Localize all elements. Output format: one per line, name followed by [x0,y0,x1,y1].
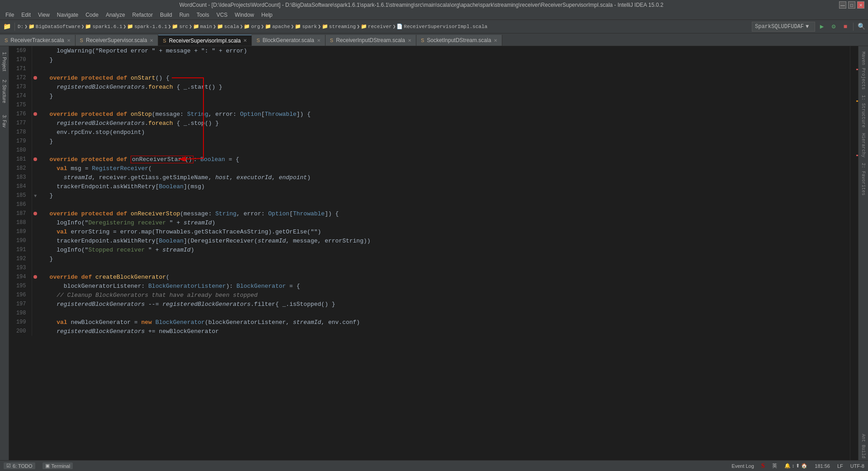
left-panel-project[interactable]: 1: Project [1,48,8,75]
left-panel-favorites[interactable]: 3: Fav [1,108,8,135]
tab-receiver-tracker[interactable]: S ReceiverTracker.scala ✕ [0,35,75,46]
tab-block-generator[interactable]: S BlockGenerator.scala ✕ [252,35,325,46]
line-code: } [39,191,850,200]
breakpoint-icon[interactable] [33,112,37,116]
line-code: trackerEndpoint.askWithRetry[Boolean](De… [39,236,850,245]
tab-close-3[interactable]: ✕ [243,38,247,43]
breakpoint-icon[interactable] [33,157,37,161]
string-literal: Stopped receiver [88,247,148,253]
code-scroll[interactable]: 169 logWarning("Reported error " + messa… [9,46,850,460]
menu-edit[interactable]: Edit [18,10,34,19]
todo-badge[interactable]: ☑ 6: TODO [4,462,35,469]
line-gutter [32,254,39,263]
toolbar-org: org [251,24,260,29]
maven-projects-panel[interactable]: Maven Projects [860,50,867,91]
type-name: BlockGenerator [236,283,286,290]
code-body: 169 logWarning("Reported error " + messa… [9,46,850,336]
menu-file[interactable]: File [2,10,18,19]
menu-refactor[interactable]: Refactor [129,10,156,19]
type-name: Option [240,111,261,118]
structure-panel[interactable]: 1: Structure [860,93,867,129]
italic-text: streamId [258,238,286,244]
right-gutter[interactable] [850,46,858,460]
ant-build-panel[interactable]: Ant Build [860,432,867,460]
tab-receiver-supervisor-impl[interactable]: S ReceiverSupervisorImpl.scala ✕ [158,35,252,46]
tab-close-4[interactable]: ✕ [317,38,321,43]
tab-icon-2: S [80,38,83,43]
line-code [39,146,850,155]
type-name: Boolean [159,183,184,190]
toolbar-folder-apache: 📁 [265,24,271,29]
line-code: // Cleanup BlockGenerators that have alr… [39,290,850,300]
tab-socket-input-dstream[interactable]: S SocketInputDStream.scala ✕ [416,35,502,46]
debug-button[interactable]: ⚙ [829,22,839,32]
line-number: 183 [9,173,32,182]
line-number: 180 [9,146,32,155]
toolbar-folder-org: 📁 [244,24,250,29]
close-button[interactable]: ✕ [857,1,864,9]
line-code [39,263,850,272]
fold-icon[interactable]: ▼ [34,194,37,199]
title-bar-controls[interactable]: — □ ✕ [839,1,864,9]
menu-code[interactable]: Code [82,10,102,19]
menu-run[interactable]: Run [176,10,193,19]
line-code: } [39,91,850,100]
line-gutter [32,182,39,191]
tab-close-6[interactable]: ✕ [494,38,497,43]
line-code: logWarning("Reported error " + message +… [39,46,850,55]
left-panel-structure[interactable]: 2: Structure [1,78,8,105]
code-text: , env.conf) [321,319,360,326]
tab-close-5[interactable]: ✕ [408,38,411,43]
favorites-panel[interactable]: 2: Favorites [860,161,867,197]
table-row: 173 registeredBlockGenerators.foreach { … [9,82,850,91]
menu-vcs[interactable]: VCS [213,10,231,19]
line-code: logInfo("Deregistering receiver " + stre… [39,218,850,227]
menu-build[interactable]: Build [156,10,176,19]
code-text: . [145,120,148,127]
italic-text: registeredBlockGenerators [42,120,145,127]
tab-receiver-supervisor[interactable]: S ReceiverSupervisor.scala ✕ [75,35,159,46]
toolbar-project-icon[interactable]: 📁 [2,22,12,32]
tab-close-1[interactable]: ✕ [67,38,71,43]
line-number: 179 [9,137,32,146]
table-row: 196 // Cleanup BlockGenerators that have… [9,290,850,300]
code-text: newBlockGenerator = [71,319,141,326]
keyword: override protected def [42,156,131,163]
line-number: 171 [9,64,32,73]
event-log-label[interactable]: Event Log [731,463,754,469]
italic-text: executorId [236,174,272,181]
run-button[interactable]: ▶ [817,22,827,32]
search-everywhere-button[interactable]: 🔍 [856,22,866,32]
terminal-badge[interactable]: ▣ Terminal [42,462,73,469]
stop-button[interactable]: ■ [840,22,850,32]
keyword: override protected def [42,210,131,217]
tab-receiver-input-dstream[interactable]: S ReceiverInputDStream.scala ✕ [326,35,416,46]
hierarchy-panel[interactable]: Hierarchy [860,131,867,159]
line-number: 193 [9,263,32,272]
menu-navigate[interactable]: Navigate [53,10,82,19]
line-number: 169 [9,46,32,55]
minimize-button[interactable]: — [839,1,846,9]
italic-text: host [215,174,229,181]
toolbar-folder-receiver: 📁 [361,24,367,29]
menu-view[interactable]: View [34,10,53,19]
toolbar-path-sep7: ❯ [240,24,243,29]
type-name: RegisterReceiver [92,165,148,172]
maximize-button[interactable]: □ [848,1,855,9]
table-row: 197 registeredBlockGenerators --= regist… [9,300,850,309]
line-gutter [32,173,39,182]
toolbar-path-sep1: ❯ [24,24,28,29]
type-name: Throwable [265,111,297,118]
run-config-dropdown[interactable]: SparkSQLUDFUDAF ▼ [752,22,815,32]
menu-help[interactable]: Help [258,10,276,19]
keyword: override protected def [42,75,131,81]
breakpoint-icon[interactable] [33,76,37,80]
menu-analyze[interactable]: Analyze [102,10,129,19]
breakpoint-icon[interactable] [33,275,37,279]
line-number: 187 [9,209,32,218]
breakpoint-icon[interactable] [33,212,37,215]
tab-close-2[interactable]: ✕ [150,38,153,43]
menu-window[interactable]: Window [231,10,258,19]
italic-text: registeredBlockGenerators [42,301,145,308]
menu-tools[interactable]: Tools [193,10,213,19]
